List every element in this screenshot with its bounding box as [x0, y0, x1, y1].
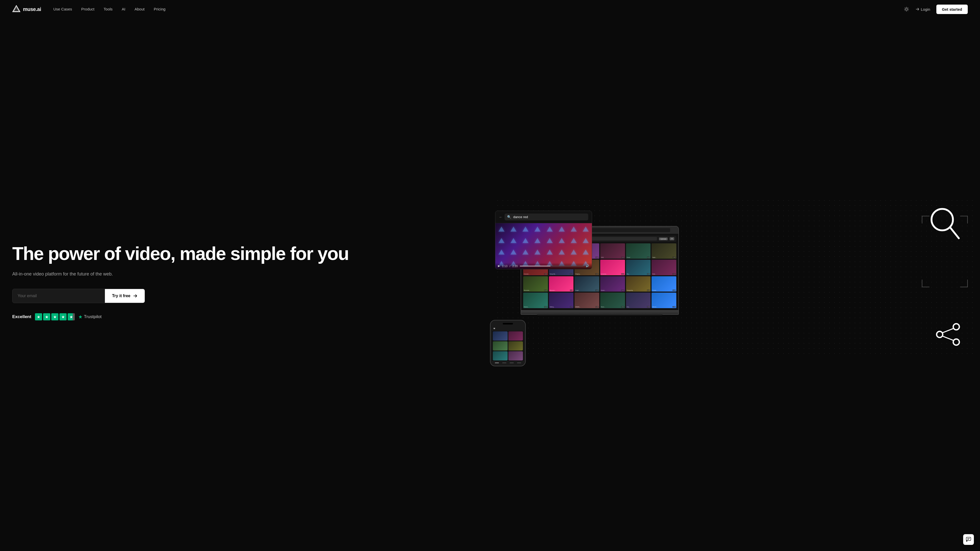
phone-thumb-5[interactable]: [493, 351, 508, 360]
phone-thumb-4[interactable]: [508, 341, 523, 351]
app-upload-button[interactable]: Upload: [659, 238, 668, 240]
login-button[interactable]: Login: [915, 7, 930, 11]
phone-thumb-3[interactable]: [493, 341, 508, 351]
nav-pricing[interactable]: Pricing: [154, 7, 165, 11]
phone-thumb-1[interactable]: [493, 331, 508, 341]
trustpilot-row: Excellent ★ ★ ★ ★ ★ Trustpilot: [12, 313, 490, 321]
trustpilot-label: Excellent: [12, 314, 32, 319]
app-settings-button[interactable]: ⚙: [670, 237, 674, 240]
logo-text: muse.ai: [23, 6, 41, 12]
trustpilot-logo-icon: [78, 315, 83, 319]
video-thumb-4[interactable]: 20213:20: [600, 243, 625, 259]
bracket-corner-bl: [922, 279, 929, 287]
navbar-left: muse.ai Use Cases Product Tools AI About…: [12, 5, 165, 13]
video-thumb-23[interactable]: City...4:05: [626, 292, 651, 308]
hero-left: The power of video, made simple for you …: [12, 244, 490, 321]
navbar: muse.ai Use Cases Product Tools AI About…: [0, 0, 980, 18]
phone-navbar: [492, 361, 524, 364]
phone-thumb-6[interactable]: [508, 351, 523, 360]
video-thumb-13[interactable]: Mountain...5:18: [523, 276, 548, 292]
volume-icon: 🔊: [586, 264, 589, 268]
share-icon-large: [935, 323, 963, 346]
phone-nav-upload[interactable]: [510, 362, 514, 363]
arrow-right-icon: [133, 294, 138, 298]
video-thumb-24[interactable]: Waves...2:30: [652, 292, 676, 308]
svg-point-2: [905, 8, 907, 10]
chat-widget-button[interactable]: [963, 534, 974, 545]
star-1: ★: [35, 313, 42, 321]
star-3: ★: [51, 313, 59, 321]
navbar-right: Login Get started: [904, 5, 968, 14]
video-progress-bar: ▶ 1:13 / 2:20 🔊: [495, 263, 592, 269]
phone-mockup: M: [490, 320, 526, 366]
get-started-button[interactable]: Get started: [936, 5, 968, 14]
nav-about[interactable]: About: [135, 7, 145, 11]
video-current-time: 1:13: [502, 265, 508, 268]
phone-nav-profile[interactable]: [517, 362, 521, 363]
back-arrow-icon: ←: [499, 215, 503, 219]
video-thumb-10[interactable]: Universe...2:31: [600, 260, 625, 275]
phone-screen: M: [492, 327, 524, 364]
video-thumb-6[interactable]: Night...2:45: [652, 243, 676, 259]
star-2: ★: [43, 313, 50, 321]
logo[interactable]: muse.ai: [12, 5, 41, 13]
video-thumb-18[interactable]: Ocean...5:30: [652, 276, 676, 292]
progress-bar-fill: [520, 266, 550, 266]
svg-marker-12: [79, 315, 82, 319]
video-thumb-16[interactable]: Aerial...3:40: [600, 276, 625, 292]
trustpilot-text-label: Trustpilot: [84, 314, 102, 319]
svg-line-7: [905, 8, 905, 8]
nav-product[interactable]: Product: [81, 7, 94, 11]
time-separator: /: [509, 265, 510, 268]
video-thumb-5[interactable]: Cloud4:10: [626, 243, 651, 259]
try-free-button[interactable]: Try it free: [105, 289, 145, 303]
email-input[interactable]: [13, 289, 105, 303]
phone-app-logo: M: [493, 327, 495, 329]
video-thumb-17[interactable]: Stargazing4:10: [626, 276, 651, 292]
svg-point-16: [953, 324, 959, 330]
bracket-corner-br: [960, 279, 968, 287]
theme-toggle-button[interactable]: [904, 6, 909, 12]
search-overlay-card: ← 🔍 dance red: [495, 211, 592, 269]
video-thumb-12[interactable]: Rain...3:22: [652, 260, 676, 275]
svg-line-19: [943, 329, 953, 333]
login-icon: [915, 7, 919, 11]
trustpilot-source: Trustpilot: [78, 314, 102, 319]
video-thumb-14[interactable]: Museum...2:15: [549, 276, 574, 292]
svg-line-10: [905, 11, 905, 11]
svg-rect-21: [966, 537, 971, 540]
nav-ai[interactable]: AI: [122, 7, 125, 11]
trustpilot-stars: ★ ★ ★ ★ ★: [35, 313, 75, 321]
share-svg: [935, 323, 963, 346]
hero-headline: The power of video, made simple for you: [12, 244, 490, 264]
logo-icon: [12, 5, 21, 13]
star-5-half: ★: [68, 313, 75, 321]
svg-point-17: [953, 339, 959, 345]
phone-nav-home[interactable]: [495, 362, 499, 363]
laptop-base: [520, 311, 679, 315]
video-thumb-22[interactable]: Neon...3:50: [600, 292, 625, 308]
video-thumb-11[interactable]: Sky...4:05: [626, 260, 651, 275]
search-bar-mini[interactable]: 🔍 dance red: [504, 213, 588, 221]
svg-point-18: [937, 331, 943, 338]
star-4: ★: [59, 313, 67, 321]
nav-links: Use Cases Product Tools AI About Pricing: [53, 7, 165, 11]
video-total-time: 2:20: [512, 265, 517, 268]
play-icon-mini: ▶: [498, 264, 500, 268]
video-thumb-19[interactable]: Dance...3:15: [523, 292, 548, 308]
phone-body: M: [490, 320, 526, 366]
svg-line-15: [951, 228, 959, 238]
sun-icon: [904, 6, 909, 12]
phone-topbar: M: [492, 327, 524, 330]
hero-right: ← 🔍 dance red: [490, 203, 968, 361]
nav-tools[interactable]: Tools: [103, 7, 113, 11]
video-thumb-15[interactable]: Angel...4:22: [574, 276, 599, 292]
video-thumb-21[interactable]: Wildlife...6:20: [574, 292, 599, 308]
phone-notch: [503, 323, 513, 324]
video-thumbnail-preview: ▶ 1:13 / 2:20 🔊: [495, 223, 592, 269]
phone-nav-search[interactable]: [502, 362, 506, 363]
phone-thumb-2[interactable]: [508, 331, 523, 341]
video-thumb-20[interactable]: Talking...2:44: [549, 292, 574, 308]
login-label: Login: [921, 7, 930, 11]
nav-use-cases[interactable]: Use Cases: [53, 7, 72, 11]
